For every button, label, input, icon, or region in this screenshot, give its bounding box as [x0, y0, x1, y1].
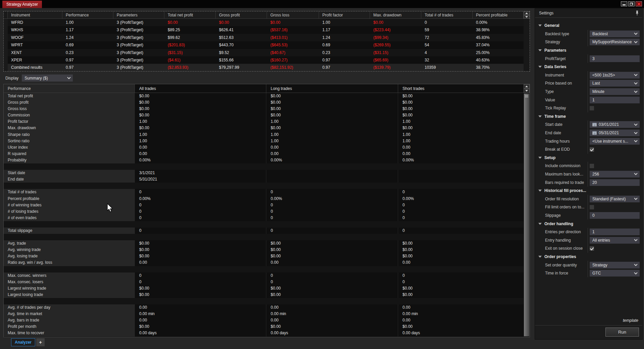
pin-icon[interactable] [635, 10, 639, 16]
cell: 0.00 [135, 259, 266, 266]
results-row-combined-results[interactable]: Combined results0.973 (ProfitTarget)($2,… [4, 64, 530, 71]
set-order-quantity-select[interactable]: Strategy [590, 262, 640, 268]
add-tab-button[interactable]: + [36, 338, 45, 346]
slippage-input[interactable]: 0 [590, 212, 640, 219]
minimize-button[interactable] [621, 1, 627, 6]
cell [398, 183, 524, 189]
tab-analyzer[interactable]: Analyzer [11, 338, 35, 346]
cell: # of even trades [4, 215, 135, 221]
column-header[interactable]: Instrument [8, 11, 62, 18]
bars-required-to-trade-input[interactable]: 20 [590, 179, 640, 186]
price-based-on-select[interactable]: Last [590, 80, 640, 87]
section-header-label: Historical fill proces... [535, 188, 586, 193]
cell: 3 (ProfitTarget) [113, 64, 164, 71]
type-select[interactable]: Minute [590, 88, 640, 95]
instrument-select[interactable]: <500 1to25> [590, 72, 640, 79]
section-header-setup[interactable]: Setup [535, 154, 642, 162]
section-header-order-handling[interactable]: Order handling [535, 219, 642, 228]
results-row-xper[interactable]: XPER0.973 (ProfitTarget)($4.61)$155.66($… [4, 56, 530, 64]
scroll-thumb[interactable] [524, 94, 529, 336]
profittarget-input[interactable]: 3 [590, 55, 640, 62]
perf-row-total-net-profit: Total net profit$0.00$0.00$0.00 [4, 93, 530, 99]
display-select[interactable]: Summary ($) [22, 74, 73, 82]
order-fill-resolution-select[interactable]: Standard (Fastest) [590, 196, 640, 202]
setting-label: Type [535, 89, 588, 94]
fill-limit-orders-on-to--checkbox[interactable] [590, 205, 594, 209]
template-link[interactable]: template [623, 318, 638, 323]
scroll-down-button[interactable] [524, 89, 530, 93]
results-row-wkhs[interactable]: WKHS1.173 (ProfitTarget)$89.25$626.41($5… [4, 26, 530, 34]
scroll-down-button[interactable] [524, 15, 530, 19]
cell: 25.00% [473, 49, 524, 56]
perf-row-ulcer-index: Ulcer index0.000.000.00 [4, 144, 530, 151]
column-header[interactable]: Profit factor [319, 11, 370, 18]
column-header[interactable]: All trades [135, 84, 266, 93]
setting-label: Instrument [535, 73, 588, 78]
scroll-track[interactable] [524, 93, 530, 337]
cell [398, 234, 524, 240]
cell: 1.17 [62, 26, 113, 34]
end-date-select[interactable]: 05/31/2021 [590, 130, 640, 136]
close-button[interactable] [636, 1, 642, 6]
entry-handling-select[interactable]: All entries [590, 237, 640, 244]
column-header[interactable]: Total net profit [164, 11, 216, 18]
section-header-general[interactable]: General [535, 21, 642, 30]
entries-per-direction-input[interactable]: 1 [590, 229, 640, 235]
backtest-type-select[interactable]: Backtest [590, 31, 640, 37]
chevron-down-icon [632, 33, 638, 35]
cell: 0 [266, 272, 398, 279]
break-at-eod-checkbox[interactable] [590, 147, 594, 152]
column-header[interactable]: Total # of trades [421, 11, 473, 18]
setting-row-tick-replay: Tick Replay [535, 104, 642, 112]
column-header[interactable]: Percent profitable [473, 11, 524, 18]
section-header-time-frame[interactable]: Time frame [535, 112, 642, 121]
column-header[interactable]: Long trades [266, 84, 398, 93]
window-title-tab[interactable]: Strategy Analyzer [2, 1, 42, 8]
cell: Commission [4, 112, 135, 118]
column-header[interactable]: Parameters [113, 11, 164, 18]
cell: 72 [421, 34, 473, 41]
scroll-up-button[interactable] [524, 84, 530, 89]
cell: 0 [266, 279, 398, 285]
column-header[interactable]: Performance [4, 84, 135, 93]
strategy-select[interactable]: MySupportResistance [590, 39, 640, 45]
results-row-xent[interactable]: XENT0.233 (ProfitTarget)($31.15)$9.52($4… [4, 49, 530, 56]
column-header[interactable]: Gross loss [267, 11, 319, 18]
results-row-woof[interactable]: WOOF1.243 (ProfitTarget)$99.62$512.63($4… [4, 34, 530, 41]
cell: ($201.83) [164, 41, 216, 49]
include-commission-checkbox[interactable] [590, 164, 594, 168]
setting-label: Order fill resolution [535, 197, 588, 201]
restore-button[interactable] [628, 1, 635, 6]
scroll-up-button[interactable] [524, 11, 530, 15]
section-header-data-series[interactable]: Data Series [535, 63, 642, 71]
time-in-force-select[interactable]: GTC [590, 270, 640, 277]
cell: Avg. # of trades per day [4, 304, 135, 311]
exit-on-session-close-checkbox[interactable] [590, 246, 594, 251]
collapse-triangle-icon [538, 157, 542, 159]
section-header-parameters[interactable]: Parameters [535, 46, 642, 55]
setting-label: Backtest type [535, 32, 588, 36]
field-zone [588, 162, 640, 170]
column-header[interactable]: Max. drawdown [370, 11, 421, 18]
perf-row-total-of-trades: Total # of trades000 [4, 189, 530, 195]
column-header[interactable]: Short trades [398, 84, 524, 93]
run-button[interactable]: Run [605, 328, 639, 337]
scroll-track[interactable] [524, 19, 530, 71]
cell: 1.00 [398, 138, 524, 144]
cell: 0 [266, 228, 398, 234]
column-header[interactable]: Gross profit [216, 11, 267, 18]
maximum-bars-look--select[interactable]: 256 [590, 171, 640, 178]
value-input[interactable]: 1 [590, 97, 640, 103]
collapse-triangle-icon [538, 223, 542, 225]
section-header-order-properties[interactable]: Order properties [535, 253, 642, 261]
section-header-historical-fill-proces-[interactable]: Historical fill proces... [535, 187, 642, 195]
results-row-wfrd[interactable]: WFRD1.003 (ProfitTarget)$0.00$0.00$0.001… [4, 19, 530, 26]
trading-hours-select[interactable]: <Use instrument s... [590, 138, 640, 145]
results-row-wprt[interactable]: WPRT0.693 (ProfitTarget)($201.83)$443.70… [4, 41, 530, 49]
tick-replay-checkbox[interactable] [590, 106, 594, 110]
start-date-select[interactable]: 03/01/2021 [590, 121, 640, 128]
column-header[interactable]: Performance [62, 11, 113, 18]
setting-label: Entries per direction [535, 230, 588, 234]
cell: $626.41 [216, 26, 267, 34]
cell: ($537.16) [267, 26, 319, 34]
